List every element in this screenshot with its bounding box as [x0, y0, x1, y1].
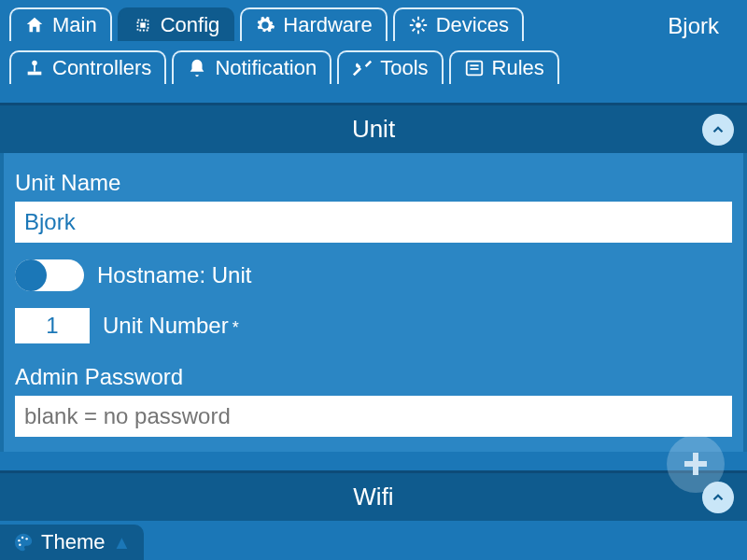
- gear-icon: [255, 15, 275, 35]
- admin-password-input[interactable]: [15, 396, 732, 437]
- section-header-unit: Unit: [0, 105, 747, 153]
- chip-icon: [133, 15, 153, 35]
- tab-bar: Main Config Hardware Devices Bjork Contr…: [0, 0, 747, 84]
- tab-controllers[interactable]: Controllers: [9, 50, 166, 84]
- section-wifi: Wifi: [0, 470, 747, 521]
- theme-button[interactable]: Theme ▲: [0, 525, 144, 560]
- section-body-unit: Unit Name Hostname: Unit Unit Number* Ad…: [0, 153, 747, 452]
- unit-name-input[interactable]: [15, 202, 732, 243]
- tab-label: Controllers: [52, 58, 151, 78]
- collapse-button[interactable]: [702, 114, 734, 146]
- tab-rules[interactable]: Rules: [449, 50, 559, 84]
- devices-icon: [408, 15, 429, 35]
- tab-config[interactable]: Config: [118, 7, 235, 41]
- svg-rect-4: [34, 64, 35, 71]
- section-title: Wifi: [353, 483, 393, 511]
- tab-label: Main: [52, 15, 97, 35]
- home-icon: [24, 15, 45, 35]
- tab-label: Rules: [492, 58, 544, 78]
- chevron-up-icon: [710, 489, 726, 506]
- section-unit: Unit Unit Name Hostname: Unit Unit Numbe…: [0, 103, 747, 452]
- theme-label: Theme: [41, 530, 105, 554]
- tab-label: Hardware: [283, 15, 372, 35]
- unit-number-input[interactable]: [15, 308, 90, 343]
- plus-icon: [679, 447, 712, 481]
- svg-point-2: [416, 22, 421, 28]
- device-name: Bjork: [668, 13, 719, 39]
- tools-icon: [352, 58, 373, 78]
- tab-label: Notification: [215, 58, 317, 78]
- joystick-icon: [24, 58, 45, 78]
- svg-rect-1: [140, 22, 146, 28]
- section-title: Unit: [352, 115, 395, 143]
- svg-point-13: [25, 538, 27, 539]
- tab-label: Config: [161, 15, 220, 35]
- bell-icon: [187, 58, 207, 78]
- triangle-up-icon: ▲: [112, 532, 131, 553]
- hostname-label: Hostname: Unit: [97, 262, 251, 288]
- section-header-wifi: Wifi: [0, 473, 747, 521]
- svg-rect-5: [28, 72, 42, 76]
- rules-icon: [464, 58, 485, 78]
- tab-hardware[interactable]: Hardware: [240, 7, 387, 41]
- svg-point-11: [18, 539, 20, 541]
- unit-number-label: Unit Number*: [103, 313, 239, 339]
- tab-main[interactable]: Main: [9, 7, 112, 41]
- admin-password-label: Admin Password: [15, 364, 732, 390]
- svg-point-12: [21, 537, 23, 539]
- add-button[interactable]: [667, 435, 725, 493]
- palette-icon: [13, 532, 34, 553]
- tab-notification[interactable]: Notification: [172, 50, 331, 84]
- tab-label: Devices: [436, 15, 509, 35]
- unit-name-label: Unit Name: [15, 170, 732, 196]
- chevron-up-icon: [710, 121, 726, 138]
- hostname-toggle[interactable]: [15, 259, 84, 291]
- tab-label: Tools: [380, 58, 428, 78]
- svg-point-14: [19, 544, 21, 546]
- tab-tools[interactable]: Tools: [337, 50, 443, 84]
- tab-devices[interactable]: Devices: [393, 7, 524, 41]
